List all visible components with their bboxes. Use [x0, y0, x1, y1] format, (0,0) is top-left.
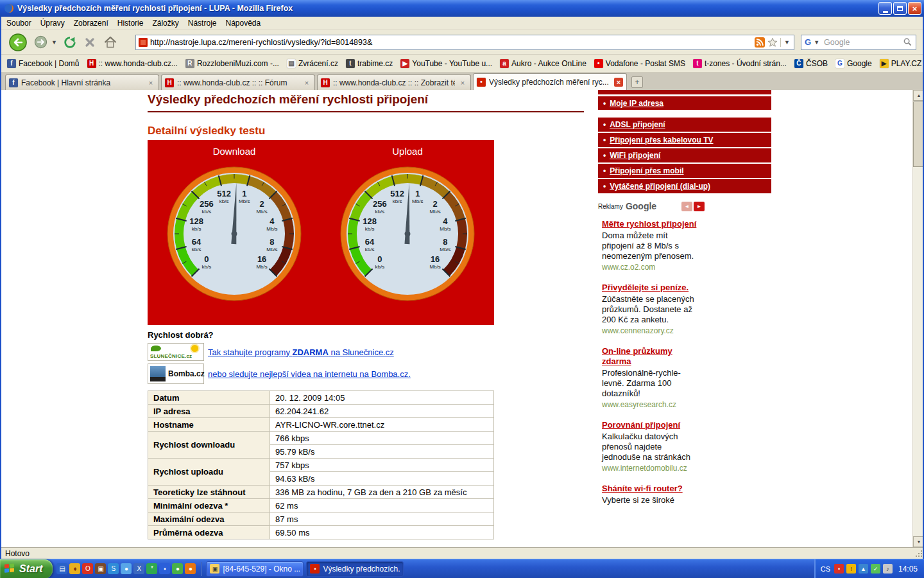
slunecnice-logo[interactable]: SLUNEČNICE.cz [148, 343, 204, 361]
bookmark-star-icon[interactable] [767, 37, 778, 48]
ad-title-link[interactable]: On-line průzkumy zdarma [602, 346, 698, 367]
speed-question: Rychlost dobrá? [148, 330, 214, 340]
engine-dropdown-icon[interactable]: ▼ [814, 39, 819, 46]
menu-item[interactable]: Úpravy [36, 17, 69, 29]
menu-item[interactable]: Záložky [148, 17, 183, 29]
bookmark-item[interactable]: Č ČSOB [791, 58, 832, 69]
close-button[interactable]: × [908, 2, 921, 15]
sidebar-menu-item-clipped[interactable] [598, 90, 771, 94]
result-value: 766 kbps [270, 432, 494, 445]
sidebar-menu-item[interactable]: • Připojení přes mobil [598, 164, 771, 178]
search-input[interactable] [824, 38, 901, 47]
bomba-logo[interactable]: Bomba.cz [148, 363, 204, 384]
stop-button[interactable] [83, 36, 96, 49]
bookmark-item[interactable]: H :: www.honda-club.cz... [83, 58, 182, 69]
browser-tab[interactable]: f Facebook | Hlavní stránka × [5, 74, 159, 90]
trabime-icon: t [346, 59, 355, 68]
browser-tab[interactable]: H :: www.honda-club.cz :: :: Fórum × [161, 74, 315, 90]
back-history-dropdown-icon[interactable]: ▼ [51, 39, 57, 46]
language-indicator[interactable]: CS [821, 565, 830, 573]
ads-next-button[interactable]: ► [694, 202, 705, 211]
bookmark-item[interactable]: ▤ Zvrácení.cz [283, 58, 342, 69]
sidebar-menu-item[interactable]: • WiFi připojení [598, 148, 771, 162]
taskbar-task-button[interactable]: ▣ [84-645-529] - Okno ... [206, 561, 304, 577]
bookmark-item[interactable]: ▶ PLAY.CZ - rádia a tele... [876, 58, 924, 69]
google-engine-icon[interactable]: G [805, 37, 811, 47]
tray-icon-2[interactable]: ! [846, 564, 856, 574]
quicklaunch-icon-4[interactable]: ▣ [95, 563, 106, 574]
svg-text:2: 2 [260, 199, 264, 209]
back-button[interactable] [8, 33, 28, 52]
bullet-icon: • [603, 166, 606, 175]
magnifier-icon[interactable] [903, 37, 912, 47]
quicklaunch-icon-5[interactable]: S [108, 563, 119, 574]
tab-close-icon[interactable]: × [458, 78, 467, 87]
tray-icon-1[interactable]: • [834, 564, 844, 574]
sidebar-menu-item[interactable]: • Připojení přes kabelovou TV [598, 133, 771, 147]
menu-item[interactable]: Zobrazení [69, 17, 113, 29]
new-tab-button[interactable]: + [631, 76, 643, 88]
sidebar-menu-item[interactable]: • Vytáčené připojení (dial-up) [598, 179, 771, 193]
resize-grip[interactable] [921, 556, 922, 557]
minimize-button[interactable] [878, 2, 892, 15]
search-box[interactable]: G ▼ [801, 35, 916, 50]
bookmarks-toolbar: f Facebook | Domů H :: www.honda-club.cz… [0, 55, 924, 73]
menu-item[interactable]: Nápověda [221, 17, 265, 29]
ad-title-link[interactable]: Měřte rychlost připojení [602, 219, 698, 229]
sidebar-menu-item[interactable]: • Moje IP adresa [598, 96, 771, 110]
menu-item[interactable]: Soubor [2, 17, 36, 29]
quicklaunch-icon-1[interactable]: ▤ [56, 563, 67, 574]
tray-icon-3[interactable]: ▲ [859, 564, 868, 574]
start-button[interactable]: Start [0, 559, 53, 578]
quicklaunch-icon-2[interactable]: ♦ [69, 563, 80, 574]
status-text: Hotovo [5, 549, 30, 558]
address-input[interactable] [150, 38, 752, 47]
quicklaunch-icon-11[interactable]: ● [185, 563, 196, 574]
address-bar[interactable]: ▼ [135, 35, 794, 50]
ad-title-link[interactable]: Porovnání připojení [602, 420, 698, 430]
bookmark-item[interactable]: • Vodafone - Poslat SMS [590, 58, 689, 69]
ad-title-link[interactable]: Přivydělejte si peníze. [602, 283, 698, 293]
speed-gauge-panel: Download 0kb/s64kb/s128kb/s256kb/s512kb/… [148, 140, 494, 325]
tab-close-icon[interactable]: × [146, 78, 155, 87]
taskbar-task-button[interactable]: • Výsledky předchozích... [306, 561, 404, 577]
svg-text:kb/s: kb/s [375, 264, 385, 270]
tab-close-icon[interactable]: × [614, 78, 623, 87]
quicklaunch-icon-3[interactable]: O [82, 563, 93, 574]
ads-prev-button[interactable]: ◄ [681, 202, 692, 211]
result-label: IP adresa [148, 405, 270, 418]
bomba-link[interactable]: nebo sledujte nejlepší videa na internet… [208, 369, 411, 379]
address-dropdown-icon[interactable]: ▼ [780, 38, 791, 47]
tab-close-icon[interactable]: × [302, 78, 311, 87]
bookmark-item[interactable]: t trabime.cz [342, 58, 397, 69]
bookmark-item[interactable]: G Google [832, 58, 876, 69]
bookmark-item[interactable]: a Aukro - Aukce OnLine [496, 58, 590, 69]
bookmark-item[interactable]: ▶ YouTube - YouTube u... [397, 58, 496, 69]
lupa-icon: • [310, 564, 320, 574]
browser-tab[interactable]: • Výsledky předchozích měření ryc... × [473, 73, 627, 90]
home-button[interactable] [103, 35, 118, 50]
quicklaunch-icon-9[interactable]: ▪ [159, 563, 170, 574]
tray-icon-5[interactable]: ♪ [883, 564, 893, 574]
bookmark-item[interactable]: t t-zones - Úvodní strán... [689, 58, 791, 69]
ad-title-link[interactable]: Sháníte wi-fi router? [602, 484, 698, 494]
menu-item[interactable]: Historie [113, 17, 148, 29]
navigation-toolbar: ▼ ▼ G ▼ [0, 30, 924, 55]
bookmark-item[interactable]: f Facebook | Domů [3, 58, 83, 69]
tray-icon-4[interactable]: ✓ [871, 564, 880, 574]
restore-button[interactable] [893, 2, 907, 15]
quicklaunch-icon-6[interactable]: ● [121, 563, 132, 574]
quicklaunch-icon-8[interactable]: * [146, 563, 157, 574]
reload-button[interactable] [63, 35, 77, 49]
browser-tab[interactable]: H :: www.honda-club.cz :: :: Zobrazit té… [317, 74, 471, 90]
slunecnice-link[interactable]: Tak stahujte programy ZDARMA na Slunečni… [208, 347, 394, 357]
bookmark-item[interactable]: R RozzlobeniMuzi.com -... [182, 58, 283, 69]
menu-item[interactable]: Nástroje [184, 17, 221, 29]
rss-feed-icon[interactable] [755, 37, 765, 48]
quicklaunch-icon-10[interactable]: ● [172, 563, 183, 574]
quicklaunch-icon-7[interactable]: X [133, 563, 144, 574]
page-title: Výsledky předchozích měření rychlosti př… [148, 92, 584, 112]
sidebar-menu-item[interactable]: • ADSL připojení [598, 118, 771, 132]
ad-url: www.cz.o2.com [602, 263, 698, 272]
forward-button[interactable] [34, 35, 47, 49]
